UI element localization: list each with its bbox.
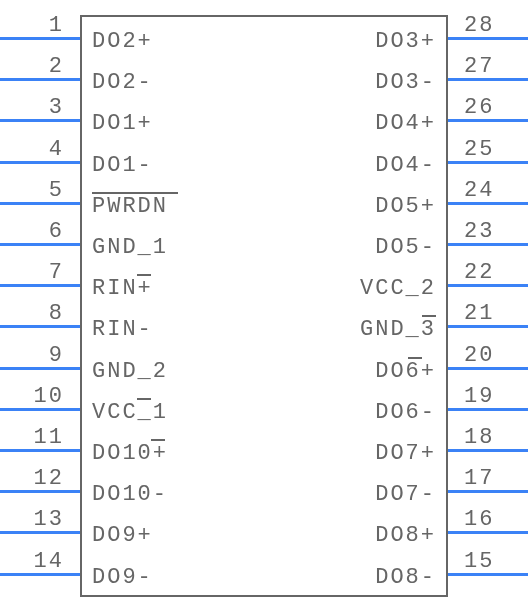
pin-number-right: 17 bbox=[458, 466, 528, 491]
chip-pinout: 1DO2+DO3+282DO2-DO3-273DO1+DO4+264DO1-DO… bbox=[0, 0, 528, 612]
pin-number-left: 1 bbox=[0, 13, 70, 38]
pin-number-right: 23 bbox=[458, 219, 528, 244]
pin-number-left: 8 bbox=[0, 301, 70, 326]
pin-label-right: DO6- bbox=[375, 400, 436, 425]
pin-row: 4DO1-DO4-25 bbox=[0, 137, 528, 178]
pin-label-left: DO2- bbox=[92, 70, 153, 95]
pin-row: 10VCC_1DO6-19 bbox=[0, 384, 528, 425]
pin-lead-left bbox=[0, 449, 80, 452]
pin-number-right: 24 bbox=[458, 178, 528, 203]
overline bbox=[422, 315, 436, 317]
pin-row: 6GND_1DO5-23 bbox=[0, 219, 528, 260]
pin-label-right: DO5- bbox=[375, 235, 436, 260]
pin-lead-left bbox=[0, 367, 80, 370]
pin-row: 2DO2-DO3-27 bbox=[0, 54, 528, 95]
pin-lead-left bbox=[0, 243, 80, 246]
pin-number-right: 21 bbox=[458, 301, 528, 326]
overline bbox=[408, 357, 422, 359]
pin-number-left: 2 bbox=[0, 54, 70, 79]
pin-row: 12DO10-DO7-17 bbox=[0, 466, 528, 507]
pin-number-left: 7 bbox=[0, 260, 70, 285]
pin-label-right: DO7+ bbox=[375, 441, 436, 466]
pin-label-left: DO9+ bbox=[92, 523, 153, 548]
pin-label-right: DO7- bbox=[375, 482, 436, 507]
pin-lead-left bbox=[0, 531, 80, 534]
pin-label-right: DO8- bbox=[375, 565, 436, 590]
pin-lead-left bbox=[0, 78, 80, 81]
pin-label-left: GND_2 bbox=[92, 359, 168, 384]
pin-label-left: DO1- bbox=[92, 153, 153, 178]
pin-lead-left bbox=[0, 325, 80, 328]
pin-lead-left bbox=[0, 408, 80, 411]
pin-label-left: GND_1 bbox=[92, 235, 168, 260]
pin-number-right: 19 bbox=[458, 384, 528, 409]
overline bbox=[137, 398, 151, 400]
pin-row: 8RIN-GND_321 bbox=[0, 301, 528, 342]
pin-row: 14DO9-DO8-15 bbox=[0, 549, 528, 590]
pin-label-right: DO6+ bbox=[375, 359, 436, 384]
pin-label-left: DO2+ bbox=[92, 29, 153, 54]
pin-number-left: 4 bbox=[0, 137, 70, 162]
pin-number-right: 20 bbox=[458, 343, 528, 368]
pin-number-left: 11 bbox=[0, 425, 70, 450]
pin-number-right: 16 bbox=[458, 507, 528, 532]
pin-lead-left bbox=[0, 37, 80, 40]
pin-label-left: PWRDN bbox=[92, 194, 168, 219]
pin-number-right: 25 bbox=[458, 137, 528, 162]
pin-number-right: 22 bbox=[458, 260, 528, 285]
pin-number-right: 27 bbox=[458, 54, 528, 79]
pin-label-right: DO4- bbox=[375, 153, 436, 178]
pin-label-right: DO5+ bbox=[375, 194, 436, 219]
pin-row: 7RIN+VCC_222 bbox=[0, 260, 528, 301]
pin-label-left: DO1+ bbox=[92, 111, 153, 136]
pin-number-right: 18 bbox=[458, 425, 528, 450]
pin-label-right: DO4+ bbox=[375, 111, 436, 136]
pin-number-right: 28 bbox=[458, 13, 528, 38]
pin-number-right: 15 bbox=[458, 549, 528, 574]
pin-lead-left bbox=[0, 284, 80, 287]
pin-label-right: DO8+ bbox=[375, 523, 436, 548]
pin-label-left: VCC_1 bbox=[92, 400, 168, 425]
pin-lead-left bbox=[0, 490, 80, 493]
pin-number-left: 9 bbox=[0, 343, 70, 368]
pin-number-left: 5 bbox=[0, 178, 70, 203]
pin-number-left: 13 bbox=[0, 507, 70, 532]
pin-number-left: 10 bbox=[0, 384, 70, 409]
overline bbox=[151, 439, 165, 441]
overline bbox=[92, 192, 178, 194]
pin-row: 3DO1+DO4+26 bbox=[0, 95, 528, 136]
pin-lead-left bbox=[0, 202, 80, 205]
pin-number-left: 3 bbox=[0, 95, 70, 120]
pin-label-left: DO9- bbox=[92, 565, 153, 590]
pin-number-left: 14 bbox=[0, 549, 70, 574]
pin-lead-left bbox=[0, 119, 80, 122]
overline bbox=[137, 274, 151, 276]
pin-label-right: VCC_2 bbox=[360, 276, 436, 301]
pin-label-left: RIN+ bbox=[92, 276, 153, 301]
pin-number-right: 26 bbox=[458, 95, 528, 120]
pin-label-left: RIN- bbox=[92, 317, 153, 342]
pin-lead-left bbox=[0, 573, 80, 576]
pin-row: 5PWRDNDO5+24 bbox=[0, 178, 528, 219]
pin-label-left: DO10- bbox=[92, 482, 168, 507]
pin-row: 9GND_2DO6+20 bbox=[0, 343, 528, 384]
pin-row: 13DO9+DO8+16 bbox=[0, 507, 528, 548]
pin-label-left: DO10+ bbox=[92, 441, 168, 466]
pin-label-right: DO3- bbox=[375, 70, 436, 95]
pin-number-left: 12 bbox=[0, 466, 70, 491]
pin-row: 1DO2+DO3+28 bbox=[0, 13, 528, 54]
pin-label-right: GND_3 bbox=[360, 317, 436, 342]
pin-row: 11DO10+DO7+18 bbox=[0, 425, 528, 466]
pin-lead-left bbox=[0, 161, 80, 164]
pin-number-left: 6 bbox=[0, 219, 70, 244]
pin-label-right: DO3+ bbox=[375, 29, 436, 54]
